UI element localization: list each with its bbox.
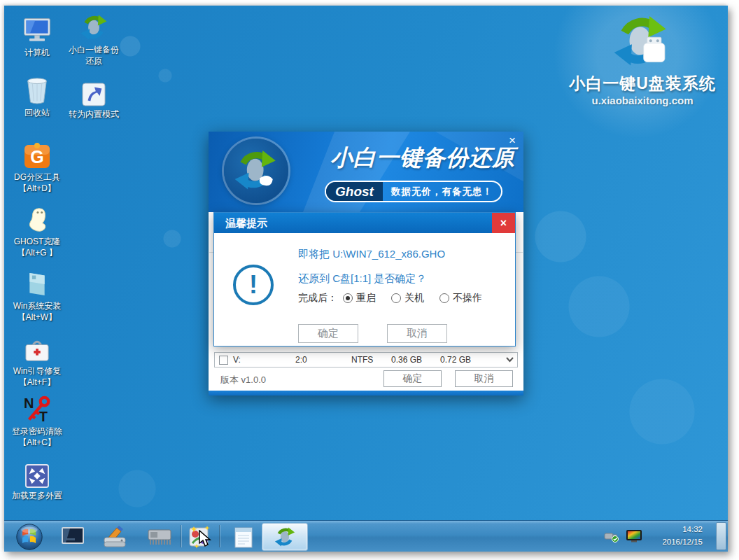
first-aid-kit-icon	[24, 332, 50, 363]
desktop-icon-dg-partition[interactable]: G DG分区工具【Alt+D】	[7, 139, 67, 194]
desktop-icon-ghost-clone[interactable]: GHOST克隆【Alt+G 】	[7, 203, 67, 258]
brand-logo: 小白一键U盘装系统 u.xiaobaixitong.com	[558, 13, 726, 106]
dialog-cancel-button[interactable]: 取消	[387, 324, 447, 343]
icon-label: 加载更多外置	[12, 491, 62, 500]
usb-safely-remove-icon[interactable]	[604, 530, 620, 546]
drive-filesystem: NTFS	[351, 355, 373, 365]
dialog-close-icon[interactable]: ×	[492, 213, 515, 233]
icon-label: Win系统安装	[13, 301, 62, 311]
desktop-icon-win-install[interactable]: Win系统安装【Alt+W】	[7, 267, 67, 323]
chevron-down-icon[interactable]	[506, 355, 514, 365]
icon-label: 计算机	[24, 48, 50, 57]
icon-label: Win引导修复	[13, 366, 62, 376]
message-line-2: 还原到 C盘[1:1] 是否确定？	[298, 272, 426, 286]
dialog-title: 温馨提示	[214, 213, 515, 233]
desktop: 计算机 小白一键备份还原 回收站 转为内置模式 G DG分区工具【Alt+D】 …	[4, 6, 728, 552]
app-logo	[224, 139, 288, 203]
slogan-text: 数据无价，有备无患！	[383, 182, 501, 201]
desktop-icon-recycle-bin[interactable]: 回收站	[7, 74, 67, 118]
diskgenius-icon: G	[23, 139, 51, 169]
clock-tray[interactable]: 14:32 2016/12/15	[662, 524, 703, 549]
switch-mode-icon	[82, 76, 106, 106]
icon-label: 小白一键备份	[69, 45, 119, 55]
window-ok-button[interactable]: 确定	[383, 370, 442, 387]
desktop-icon-load-more[interactable]: 加载更多外置	[7, 457, 67, 501]
after-finish-options: 完成后： 重启 关机 不操作	[298, 292, 498, 304]
option-none[interactable]: 不操作	[439, 292, 482, 304]
icon-label: 回收站	[24, 108, 50, 118]
display-settings-icon[interactable]	[626, 529, 642, 546]
icon-label: DG分区工具	[14, 172, 60, 182]
option-shutdown[interactable]: 关机	[391, 292, 424, 304]
warning-icon: !	[233, 265, 274, 305]
radio-none[interactable]	[439, 293, 449, 303]
window-title: 小白一键备份还原	[326, 143, 519, 174]
usb-circular-arrows-icon	[612, 13, 673, 71]
window-bottom-strip	[209, 391, 523, 396]
taskbar: 14:32 2016/12/15	[4, 520, 728, 552]
message-line-1: 即将把 U:\WIN7_612_x86.GHO	[298, 248, 445, 261]
taskbar-disk-cleanup-app[interactable]	[101, 521, 129, 552]
icon-label: GHOST克隆	[14, 237, 61, 246]
svg-text:N: N	[24, 396, 34, 411]
nt-key-icon: NT	[22, 393, 52, 424]
version-label: 版本 v1.0.0	[220, 374, 266, 386]
desktop-icon-boot-repair[interactable]: Win引导修复【Alt+F】	[7, 332, 67, 388]
window-cancel-button[interactable]: 取消	[455, 370, 513, 387]
radio-restart[interactable]	[343, 293, 353, 303]
drive-name: V:	[233, 355, 241, 365]
after-label: 完成后：	[298, 292, 337, 304]
radio-shutdown[interactable]	[391, 293, 401, 303]
option-restart[interactable]: 重启	[343, 292, 376, 304]
recycle-bin-icon	[24, 74, 50, 105]
circular-arrows-icon	[79, 11, 108, 42]
desktop-icon-password-clear[interactable]: NT 登录密码清除【Alt+C】	[7, 393, 67, 448]
drive-position: 2:0	[295, 355, 307, 365]
drive-size: 0.72 GB	[440, 355, 471, 365]
brand-url: u.xiaobaixitong.com	[558, 94, 726, 106]
taskbar-xiaobai-app-active[interactable]	[262, 523, 308, 551]
icon-label: 转为内置模式	[69, 109, 119, 119]
drive-checkbox[interactable]	[219, 356, 228, 365]
svg-text:G: G	[30, 147, 43, 167]
icon-label: 登录密码清除	[12, 426, 62, 436]
taskbar-separator	[219, 525, 220, 547]
svg-text:T: T	[39, 409, 48, 424]
taskbar-separator	[181, 525, 182, 547]
prompt-dialog: 温馨提示 × ! 即将把 U:\WIN7_612_x86.GHO 还原到 C盘[…	[213, 212, 516, 346]
computer-icon	[22, 14, 52, 45]
desktop-icon-internal-mode[interactable]: 转为内置模式	[62, 76, 126, 120]
ghost-slogan-pill: Ghost 数据无价，有备无患！	[325, 181, 502, 202]
dialog-ok-button[interactable]: 确定	[298, 324, 358, 343]
desktop-icon-computer[interactable]: 计算机	[7, 14, 67, 58]
taskbar-display-app[interactable]	[59, 521, 87, 552]
taskbar-notepad-app[interactable]	[230, 521, 258, 552]
ghost-badge: Ghost	[326, 182, 383, 201]
drive-row[interactable]: V: 2:0 NTFS 0.36 GB 0.72 GB	[214, 352, 518, 368]
window-close-icon[interactable]: ×	[505, 134, 519, 148]
mouse-cursor	[197, 530, 213, 551]
brand-title: 小白一键U盘装系统	[558, 73, 726, 94]
desktop-icon-xiaobai-backup[interactable]: 小白一键备份还原	[62, 11, 126, 66]
expand-arrows-icon	[25, 457, 49, 488]
drive-used: 0.36 GB	[391, 355, 422, 365]
install-card-icon	[26, 267, 48, 298]
start-button[interactable]	[14, 521, 45, 552]
taskbar-memory-app[interactable]	[146, 521, 174, 552]
tray-date: 2016/12/15	[662, 536, 703, 549]
ghost-icon	[24, 203, 50, 234]
show-desktop-button[interactable]	[716, 522, 726, 550]
window-banner: 小白一键备份还原 Ghost 数据无价，有备无患！ ×	[209, 132, 523, 212]
tray-time: 14:32	[662, 524, 703, 536]
